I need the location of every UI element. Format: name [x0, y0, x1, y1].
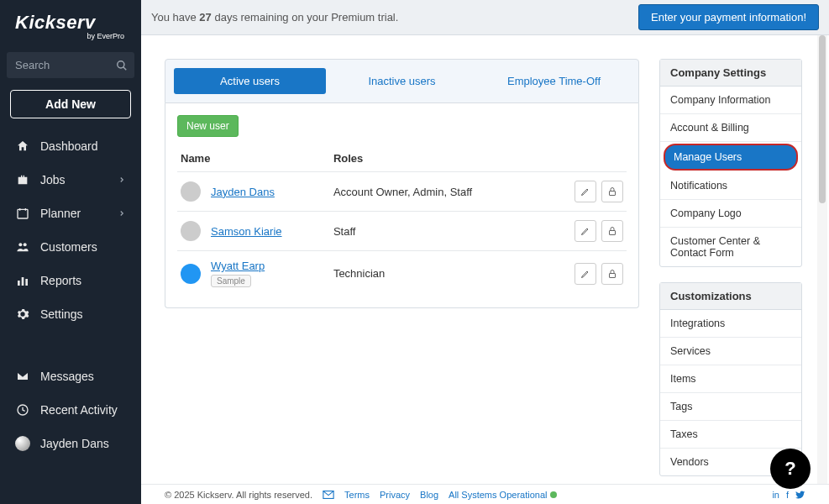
nav-primary: Dashboard Jobs Planner Customers Reports… — [7, 130, 134, 330]
tab-active-users[interactable]: Active users — [174, 68, 326, 94]
footer-copyright: © 2025 Kickserv. All rights reserved. — [165, 490, 312, 500]
avatar-icon — [181, 181, 201, 202]
user-roles: Staff — [330, 212, 559, 251]
nav-reports[interactable]: Reports — [7, 265, 134, 297]
footer-blog-link[interactable]: Blog — [420, 490, 438, 500]
nav-current-user[interactable]: Jayden Dans — [7, 428, 134, 459]
bar-chart-icon — [15, 273, 30, 288]
footer-social: in f — [772, 490, 805, 500]
tab-inactive-users[interactable]: Inactive users — [326, 68, 478, 94]
settings-item-company-logo[interactable]: Company Logo — [660, 200, 801, 228]
nav-label: Recent Activity — [40, 403, 118, 417]
custom-item-taxes[interactable]: Taxes — [660, 421, 801, 449]
footer-privacy-link[interactable]: Privacy — [380, 490, 410, 500]
svg-rect-13 — [610, 273, 616, 277]
linkedin-icon[interactable]: in — [772, 490, 779, 500]
user-name-link[interactable]: Wyatt Earp — [211, 260, 265, 272]
tab-employee-timeoff[interactable]: Employee Time-Off — [478, 68, 630, 94]
nav-label: Jobs — [40, 173, 66, 186]
user-name-link[interactable]: Jayden Dans — [211, 186, 275, 198]
footer-status-link[interactable]: All Systems Operational — [449, 490, 557, 500]
users-table: Name Roles Jayden DansAccount Owner, Adm… — [177, 147, 627, 296]
nav-planner[interactable]: Planner — [7, 197, 134, 229]
mail-icon — [323, 491, 334, 499]
nav-label: Dashboard — [40, 139, 98, 153]
topbar: You have 27 days remaining on your Premi… — [141, 0, 829, 35]
lock-button[interactable] — [601, 220, 623, 242]
users-panel-body: New user Name Roles Jayden DansAccount O… — [165, 103, 639, 308]
settings-item-customer-center-contact-form[interactable]: Customer Center & Contact Form — [660, 228, 801, 266]
nav-secondary: Messages Recent Activity Jayden Dans — [7, 360, 134, 459]
clock-icon — [15, 402, 30, 417]
current-user-name: Jayden Dans — [40, 437, 109, 450]
facebook-icon[interactable]: f — [786, 490, 789, 500]
nav-label: Messages — [40, 370, 94, 383]
settings-item-account-billing[interactable]: Account & Billing — [660, 114, 801, 142]
chevron-right-icon — [118, 176, 126, 184]
avatar-icon — [181, 221, 201, 241]
avatar-icon — [15, 436, 30, 451]
brand-name: Kickserv — [15, 12, 126, 34]
nav-jobs[interactable]: Jobs — [7, 164, 134, 196]
footer-terms-link[interactable]: Terms — [344, 490, 370, 500]
scrollbar-thumb[interactable] — [819, 35, 826, 203]
help-fab-button[interactable]: ? — [770, 449, 811, 489]
custom-item-tags[interactable]: Tags — [660, 393, 801, 421]
edit-button[interactable] — [575, 181, 596, 202]
user-roles: Technician — [330, 251, 559, 297]
new-user-button[interactable]: New user — [177, 115, 239, 137]
custom-item-services[interactable]: Services — [660, 338, 801, 365]
nav-customers[interactable]: Customers — [7, 231, 134, 263]
trial-text: You have 27 days remaining on your Premi… — [151, 11, 398, 24]
settings-item-notifications[interactable]: Notifications — [660, 172, 801, 200]
avatar-icon — [181, 264, 201, 284]
edit-button[interactable] — [575, 263, 596, 285]
mail-icon — [15, 369, 30, 384]
edit-button[interactable] — [575, 220, 596, 242]
panel-header: Customizations — [660, 283, 801, 310]
scrollbar[interactable] — [817, 35, 827, 484]
svg-rect-9 — [25, 279, 28, 286]
svg-line-1 — [123, 66, 127, 70]
svg-rect-8 — [22, 277, 24, 286]
nav-messages[interactable]: Messages — [7, 360, 134, 392]
chevron-right-icon — [118, 209, 126, 218]
sample-badge: Sample — [211, 275, 251, 287]
trial-days: 27 — [199, 11, 211, 24]
custom-item-items[interactable]: Items — [660, 365, 801, 393]
lock-button[interactable] — [601, 263, 623, 285]
svg-point-0 — [118, 60, 124, 67]
settings-item-manage-users[interactable]: Manage Users — [664, 144, 798, 171]
nav-label: Planner — [40, 207, 81, 220]
main-content: Active users Inactive users Employee Tim… — [141, 35, 816, 484]
payment-cta-button[interactable]: Enter your payment information! — [638, 4, 819, 30]
panel-header: Company Settings — [660, 60, 801, 87]
table-row: Samson KiarieStaff — [177, 212, 627, 251]
user-roles: Account Owner, Admin, Staff — [330, 172, 559, 212]
add-new-button[interactable]: Add New — [10, 90, 131, 118]
col-roles: Roles — [330, 147, 559, 172]
lock-button[interactable] — [601, 181, 623, 202]
settings-item-company-information[interactable]: Company Information — [660, 87, 801, 114]
custom-item-integrations[interactable]: Integrations — [660, 310, 801, 338]
briefcase-icon — [15, 172, 30, 187]
svg-rect-11 — [610, 192, 616, 196]
calendar-icon — [15, 206, 30, 221]
users-tabbar: Active users Inactive users Employee Tim… — [165, 59, 639, 103]
table-row: Jayden DansAccount Owner, Admin, Staff — [177, 172, 627, 212]
side-panels: Company Settings Company InformationAcco… — [659, 59, 802, 484]
table-row: Wyatt EarpSampleTechnician — [177, 251, 627, 297]
brand-logo[interactable]: Kickserv by EverPro — [7, 8, 134, 45]
twitter-icon[interactable] — [795, 490, 805, 500]
nav-dashboard[interactable]: Dashboard — [7, 130, 134, 162]
home-icon — [15, 139, 30, 154]
nav-recent-activity[interactable]: Recent Activity — [7, 394, 134, 426]
svg-rect-7 — [18, 281, 20, 286]
nav-label: Reports — [40, 274, 81, 287]
gear-icon — [15, 307, 30, 322]
people-icon — [15, 239, 30, 255]
svg-rect-2 — [18, 209, 28, 218]
nav-settings[interactable]: Settings — [7, 298, 134, 330]
svg-rect-12 — [610, 231, 616, 235]
user-name-link[interactable]: Samson Kiarie — [211, 225, 282, 238]
